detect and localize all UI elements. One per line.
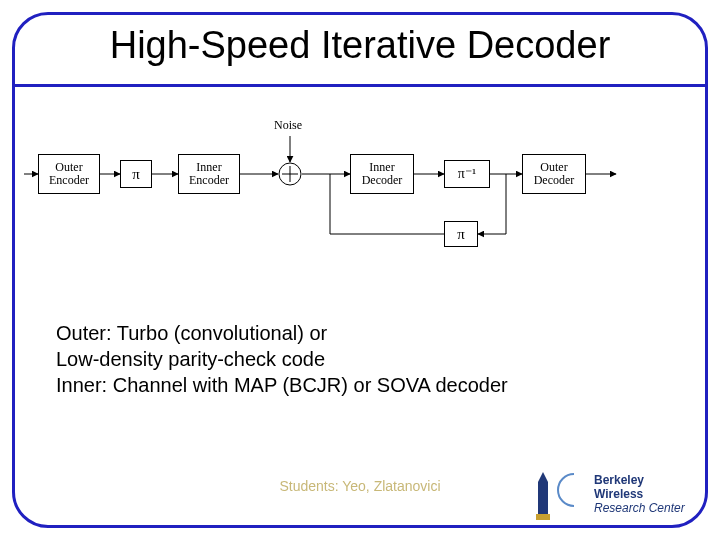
desc-line: Outer: Turbo (convolutional) or xyxy=(56,320,508,346)
logo-text: Berkeley Wireless Research Center xyxy=(594,474,694,515)
description-text: Outer: Turbo (convolutional) or Low-dens… xyxy=(56,320,508,398)
slide-title: High-Speed Iterative Decoder xyxy=(0,24,720,67)
block-feedback-interleaver: π xyxy=(444,221,478,247)
block-inner-decoder: Inner Decoder xyxy=(350,154,414,194)
logo-line1: Berkeley Wireless xyxy=(594,473,644,501)
block-interleaver: π xyxy=(120,160,152,188)
logo-line2: Research Center xyxy=(594,501,685,515)
diagram-wires xyxy=(24,116,696,276)
noise-label: Noise xyxy=(274,118,302,133)
block-outer-encoder: Outer Encoder xyxy=(38,154,100,194)
block-inner-encoder: Inner Encoder xyxy=(178,154,240,194)
block-deinterleaver: π⁻¹ xyxy=(444,160,490,188)
block-diagram: Noise Outer Encoder π Inner Encoder Inne… xyxy=(24,116,696,276)
crescent-icon xyxy=(556,472,592,508)
desc-line: Low-density parity-check code xyxy=(56,346,508,372)
title-underline xyxy=(14,84,706,87)
desc-line: Inner: Channel with MAP (BCJR) or SOVA d… xyxy=(56,372,508,398)
block-outer-decoder: Outer Decoder xyxy=(522,154,586,194)
svg-marker-16 xyxy=(538,472,548,520)
bwrc-logo: Berkeley Wireless Research Center xyxy=(534,468,694,520)
campanile-icon xyxy=(534,472,552,520)
svg-rect-17 xyxy=(536,514,550,520)
